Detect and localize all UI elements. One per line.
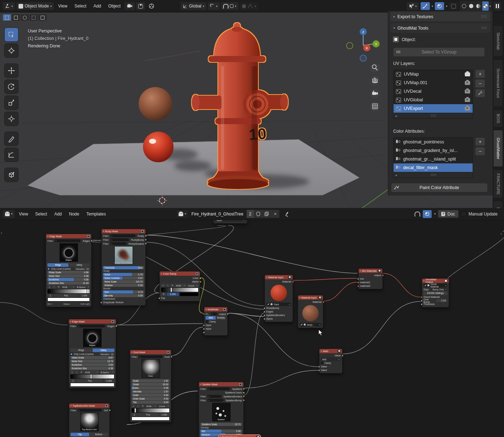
tree-user-count[interactable]: 2 bbox=[247, 210, 254, 218]
node-header[interactable]: ▾Mix Materials bbox=[359, 269, 382, 273]
toggle-Add[interactable]: Add bbox=[206, 316, 216, 320]
samples-field[interactable]: Samples16 bbox=[99, 352, 114, 356]
list-item-ghostmat_pointiness[interactable]: ghostmat_pointiness bbox=[394, 138, 473, 146]
node-badge-icon[interactable] bbox=[444, 279, 447, 283]
color-attr-add-button[interactable]: + bbox=[475, 137, 485, 146]
snap-target-button[interactable]: ▾ bbox=[208, 2, 220, 10]
editor-type-button[interactable]: ▾ bbox=[3, 2, 15, 10]
output-socket[interactable] bbox=[243, 388, 245, 390]
node-header[interactable]: ▾Color Ramp bbox=[160, 271, 200, 276]
render-button[interactable] bbox=[146, 2, 156, 10]
sidebar-tab-bois[interactable]: BOIS bbox=[494, 110, 503, 127]
node-badge-icon[interactable] bbox=[141, 230, 144, 233]
node-material-input-2[interactable]: ▾Material InputMaterialsimpl...× bbox=[298, 295, 323, 328]
list-item-UVMap[interactable]: UVMap bbox=[394, 70, 473, 78]
slider-Noise Size[interactable]: Noise Size13.74 bbox=[70, 360, 114, 363]
slider-Ridge Scale[interactable]: Ridge Scale4.96 bbox=[47, 271, 90, 274]
render-camera-icon[interactable] bbox=[465, 90, 470, 93]
slider-Valley Scale[interactable]: Valley Scale6.87 bbox=[70, 356, 114, 359]
node-header[interactable]: ▾MultiMath bbox=[204, 307, 227, 311]
node-math[interactable]: ▾MathValueAdd▾ClampValueValue bbox=[319, 349, 343, 374]
input-socket[interactable] bbox=[357, 278, 359, 280]
node-material-input-1[interactable]: ▾Material InputMaterialPaint×RustyBumpEd… bbox=[264, 275, 293, 322]
node-header[interactable]: ▾Material Input bbox=[298, 295, 323, 300]
ne-menu-view[interactable]: View bbox=[16, 210, 31, 218]
output-socket[interactable] bbox=[199, 277, 201, 279]
samples-field[interactable]: Samples16 bbox=[75, 267, 90, 270]
node-row-filter-Rusty[interactable]: Filter:+Rusty bbox=[103, 234, 144, 238]
shading-wireframe-button[interactable] bbox=[461, 2, 467, 10]
ne-editor-type-button[interactable]: ▾ bbox=[3, 210, 15, 218]
menu-add[interactable]: Add bbox=[91, 2, 104, 10]
node-badge-icon[interactable] bbox=[166, 351, 170, 354]
output-socket[interactable] bbox=[199, 281, 201, 283]
ne-menu-templates[interactable]: Templates bbox=[83, 210, 109, 218]
slider-Scratches Size[interactable]: Scratches Size4.39 bbox=[70, 367, 114, 370]
select-mode-paint[interactable] bbox=[38, 14, 47, 21]
slider-Grain Scale[interactable]: Grain Scale4.00 bbox=[132, 397, 170, 400]
button-EEVEE Settings[interactable]: EEVEE Settings bbox=[423, 291, 447, 295]
node-mix-materials[interactable]: ▾Mix Materialsoutputmixmaterial1material… bbox=[358, 268, 383, 289]
list-footer[interactable]: ▸ bbox=[394, 113, 473, 118]
color-ramp-bar[interactable] bbox=[70, 374, 114, 379]
input-socket[interactable] bbox=[203, 328, 205, 330]
toggle-Bottom[interactable]: Bottom bbox=[89, 433, 108, 436]
ne-menu-node[interactable]: Node bbox=[66, 210, 82, 218]
render-camera-icon[interactable] bbox=[465, 81, 470, 85]
slider-Noise Contrast[interactable]: Noise Contrast0.47 bbox=[103, 276, 144, 280]
node-edge-mask-1[interactable]: ▾Edge MaskFilter:+EdgesEdgesRidgeValley✓… bbox=[46, 234, 92, 307]
node-splatter-mask[interactable]: ▾Splatter MaskFilter:+SplattersSplatters… bbox=[199, 382, 244, 437]
shading-material-button[interactable] bbox=[475, 2, 482, 10]
drag-grip-icon[interactable] bbox=[482, 15, 487, 18]
node-badge-icon[interactable] bbox=[111, 320, 114, 323]
node-row-filter-Dust[interactable]: Filter:+Dust bbox=[132, 355, 170, 359]
tree-browse-button[interactable]: ▾ bbox=[176, 210, 188, 218]
node-edge-mask-2[interactable]: ▾Edge MaskFilter:+EdgesEdgesRidgeValley✓… bbox=[68, 319, 116, 388]
list-footer[interactable]: ▸ bbox=[394, 172, 473, 178]
node-badge-icon[interactable] bbox=[223, 308, 226, 311]
color-swatch[interactable] bbox=[180, 293, 199, 296]
ramp-menu-button[interactable]: ▾ bbox=[79, 370, 83, 374]
new-copy-button[interactable] bbox=[262, 210, 271, 218]
node-row-filter-Edges[interactable]: Filter:+Edges bbox=[70, 324, 114, 328]
node-header[interactable]: ▾Rusty Mask bbox=[102, 229, 145, 233]
node-badge-icon[interactable] bbox=[87, 235, 90, 238]
sidebar-tab-fracture[interactable]: FRACTURE bbox=[494, 169, 503, 198]
zoom-button[interactable] bbox=[370, 63, 380, 73]
tool-rotate[interactable] bbox=[4, 80, 19, 94]
ne-menu-select[interactable]: Select bbox=[32, 210, 50, 218]
node-row-filter-Splatters[interactable]: Filter:+Splatters bbox=[200, 387, 242, 391]
gizmos-toggle[interactable] bbox=[421, 2, 430, 10]
shading-solid-button[interactable] bbox=[468, 2, 474, 10]
output-socket[interactable] bbox=[145, 239, 147, 241]
ramp-add-button[interactable]: + bbox=[70, 370, 74, 374]
node-dust-mask[interactable]: ▾Dust MaskFilter:+DustDustScale1.51Detai… bbox=[130, 350, 171, 422]
drag-grip-icon[interactable] bbox=[482, 27, 487, 30]
ramp-remove-button[interactable]: − bbox=[52, 285, 56, 289]
input-socket[interactable] bbox=[263, 318, 266, 320]
sidebar-tab-screencast-keys[interactable]: Screencast Keys bbox=[494, 59, 503, 107]
slider-Grain[interactable]: Grain3.00 bbox=[132, 393, 170, 397]
tool-transform[interactable] bbox=[4, 112, 19, 126]
panel-export-to-textures[interactable]: ▸ Export to Textures bbox=[390, 12, 490, 21]
ramp-colormode-dropdown[interactable]: RGB▾ bbox=[145, 404, 157, 408]
list-item-ghostmat_gradient_by_isl...[interactable]: ghostmat_gradient_by_isl... bbox=[394, 146, 473, 155]
slider-Scratches[interactable]: Scratches0.65 bbox=[47, 278, 90, 281]
sidebar-tab-ghostmatter[interactable]: GhostMatter bbox=[494, 130, 503, 167]
select-mode-lasso[interactable] bbox=[30, 14, 38, 21]
output-socket[interactable] bbox=[227, 313, 229, 315]
checkbox[interactable] bbox=[206, 320, 208, 323]
input-socket[interactable] bbox=[263, 311, 266, 313]
menu-select[interactable]: Select bbox=[72, 2, 89, 10]
manual-update-checkbox[interactable] bbox=[461, 211, 466, 217]
tree-name-field[interactable]: Fire_Hydrant_0_GhostTree bbox=[188, 210, 247, 218]
slider-Threshold[interactable]: Threshold0.80 bbox=[103, 266, 144, 269]
slider-Size[interactable]: Size0.73 bbox=[103, 290, 144, 294]
slider-Top[interactable]: Top0.00 bbox=[132, 401, 170, 404]
paint-color-attribute-button[interactable]: Paint Color Attribute bbox=[391, 183, 488, 192]
node-row-filter-SplattersBump[interactable]: Filter:+SplattersBump bbox=[200, 398, 242, 402]
node-header[interactable]: ▾TopBottomDirt Mask bbox=[69, 403, 109, 408]
ramp-colormode-dropdown[interactable]: RGB▾ bbox=[61, 285, 75, 289]
ramp-colormode-dropdown[interactable]: RGB▾ bbox=[84, 370, 99, 374]
select-mode-tweak[interactable] bbox=[3, 14, 11, 21]
